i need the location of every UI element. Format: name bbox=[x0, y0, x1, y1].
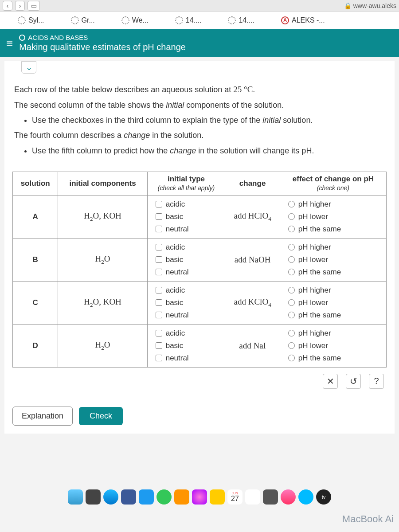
option-label: pH lower bbox=[298, 255, 328, 264]
effect-radio[interactable] bbox=[288, 226, 295, 232]
aleks-icon: A bbox=[281, 16, 289, 24]
type-option[interactable]: neutral bbox=[156, 268, 189, 277]
sidebar-toggle[interactable]: ▭ bbox=[27, 1, 40, 11]
appletv-icon[interactable]: tv bbox=[316, 489, 331, 505]
close-button[interactable]: ✕ bbox=[323, 374, 338, 389]
effect-radio[interactable] bbox=[288, 244, 295, 250]
messages-icon[interactable] bbox=[156, 489, 172, 505]
effect-option[interactable]: pH lower bbox=[288, 298, 328, 307]
effect-radio[interactable] bbox=[288, 312, 295, 318]
photos-icon[interactable] bbox=[192, 489, 207, 505]
effect-option[interactable]: pH higher bbox=[288, 243, 331, 252]
menu-icon[interactable]: ≡ bbox=[6, 36, 13, 50]
initial-components: H2O, KOH bbox=[58, 195, 147, 238]
problem-table: solution initial components initial type… bbox=[12, 172, 387, 368]
app-icon-2[interactable] bbox=[174, 489, 189, 505]
effect-option[interactable]: pH higher bbox=[288, 329, 331, 338]
explanation-button[interactable]: Explanation bbox=[12, 407, 73, 426]
app-icon-3[interactable] bbox=[210, 489, 225, 505]
safari-icon[interactable] bbox=[103, 489, 118, 505]
type-checkbox[interactable] bbox=[156, 312, 162, 318]
tab-loading-icon bbox=[18, 16, 26, 24]
table-row: AH2O, KOHacidicbasicneutraladd HClO4pH h… bbox=[13, 195, 387, 238]
effect-cell: pH higherpH lowerpH the same bbox=[280, 324, 386, 367]
macos-dock[interactable]: JUN27 tv bbox=[0, 487, 399, 507]
effect-radio[interactable] bbox=[288, 213, 295, 220]
type-option[interactable]: acidic bbox=[156, 243, 185, 252]
calendar-icon[interactable]: JUN27 bbox=[227, 489, 243, 505]
type-checkbox[interactable] bbox=[156, 342, 162, 349]
effect-option[interactable]: pH lower bbox=[288, 255, 328, 264]
type-checkbox[interactable] bbox=[156, 244, 162, 250]
tab-4[interactable]: 14.... bbox=[228, 16, 254, 24]
type-option[interactable]: basic bbox=[156, 298, 184, 307]
effect-option[interactable]: pH higher bbox=[288, 200, 331, 209]
tab-3[interactable]: 14.... bbox=[175, 16, 202, 24]
module-category: ACIDS AND BASES bbox=[19, 34, 186, 41]
type-option[interactable]: acidic bbox=[156, 200, 185, 209]
option-label: pH the same bbox=[298, 268, 341, 277]
type-checkbox[interactable] bbox=[156, 355, 162, 361]
type-checkbox[interactable] bbox=[156, 269, 162, 275]
option-label: basic bbox=[166, 212, 184, 221]
effect-cell: pH higherpH lowerpH the same bbox=[280, 238, 386, 281]
type-checkbox[interactable] bbox=[156, 226, 162, 232]
type-checkbox[interactable] bbox=[156, 287, 162, 293]
type-option[interactable]: acidic bbox=[156, 286, 185, 295]
initial-type-cell: acidicbasicneutral bbox=[147, 281, 225, 324]
module-title: Making qualitative estimates of pH chang… bbox=[19, 42, 186, 52]
check-button[interactable]: Check bbox=[79, 407, 123, 425]
type-option[interactable]: basic bbox=[156, 255, 184, 264]
initial-components: H2O bbox=[58, 238, 147, 281]
tab-1[interactable]: Gr... bbox=[71, 16, 95, 24]
effect-option[interactable]: pH the same bbox=[288, 311, 341, 320]
type-option[interactable]: neutral bbox=[156, 354, 189, 363]
launchpad-icon[interactable] bbox=[86, 489, 101, 505]
music-icon[interactable] bbox=[281, 489, 296, 505]
app-icon-4[interactable] bbox=[263, 489, 278, 505]
type-option[interactable]: basic bbox=[156, 341, 184, 350]
type-option[interactable]: neutral bbox=[156, 225, 189, 234]
col-effect: effect of change on pH(check one) bbox=[280, 172, 386, 195]
app-icon[interactable] bbox=[121, 489, 136, 505]
effect-radio[interactable] bbox=[288, 342, 295, 349]
type-option[interactable]: neutral bbox=[156, 311, 189, 320]
effect-radio[interactable] bbox=[288, 299, 295, 306]
back-button[interactable]: ‹ bbox=[3, 1, 12, 11]
effect-option[interactable]: pH higher bbox=[288, 286, 331, 295]
effect-option[interactable]: pH the same bbox=[288, 268, 341, 277]
app-icon-5[interactable] bbox=[298, 489, 313, 505]
type-option[interactable]: acidic bbox=[156, 329, 185, 338]
effect-option[interactable]: pH lower bbox=[288, 212, 328, 221]
type-checkbox[interactable] bbox=[156, 256, 162, 263]
tab-2[interactable]: We... bbox=[121, 16, 149, 24]
forward-button[interactable]: › bbox=[15, 1, 25, 11]
type-checkbox[interactable] bbox=[156, 201, 162, 207]
finder-icon[interactable] bbox=[68, 489, 83, 505]
tab-loading-icon bbox=[71, 16, 79, 24]
type-checkbox[interactable] bbox=[156, 213, 162, 220]
effect-radio[interactable] bbox=[288, 256, 295, 263]
effect-radio[interactable] bbox=[288, 287, 295, 293]
effect-radio[interactable] bbox=[288, 330, 295, 336]
option-label: pH the same bbox=[298, 311, 341, 320]
solution-id: A bbox=[13, 195, 58, 238]
effect-radio[interactable] bbox=[288, 355, 295, 361]
mail-icon[interactable] bbox=[139, 489, 154, 505]
effect-radio[interactable] bbox=[288, 269, 295, 275]
module-header: ≡ ACIDS AND BASES Making qualitative est… bbox=[0, 29, 399, 57]
tab-0[interactable]: Syl... bbox=[18, 16, 44, 24]
type-checkbox[interactable] bbox=[156, 299, 162, 306]
tab-5[interactable]: AALEKS -... bbox=[281, 16, 325, 24]
effect-radio[interactable] bbox=[288, 201, 295, 207]
collapse-toggle[interactable]: ⌄ bbox=[21, 61, 36, 74]
type-option[interactable]: basic bbox=[156, 212, 184, 221]
undo-button[interactable]: ↺ bbox=[346, 374, 361, 389]
reminders-icon[interactable] bbox=[245, 489, 260, 505]
effect-option[interactable]: pH the same bbox=[288, 354, 341, 363]
effect-option[interactable]: pH the same bbox=[288, 225, 341, 234]
help-button[interactable]: ? bbox=[369, 374, 384, 389]
option-label: pH lower bbox=[298, 212, 328, 221]
type-checkbox[interactable] bbox=[156, 330, 162, 336]
effect-option[interactable]: pH lower bbox=[288, 341, 328, 350]
